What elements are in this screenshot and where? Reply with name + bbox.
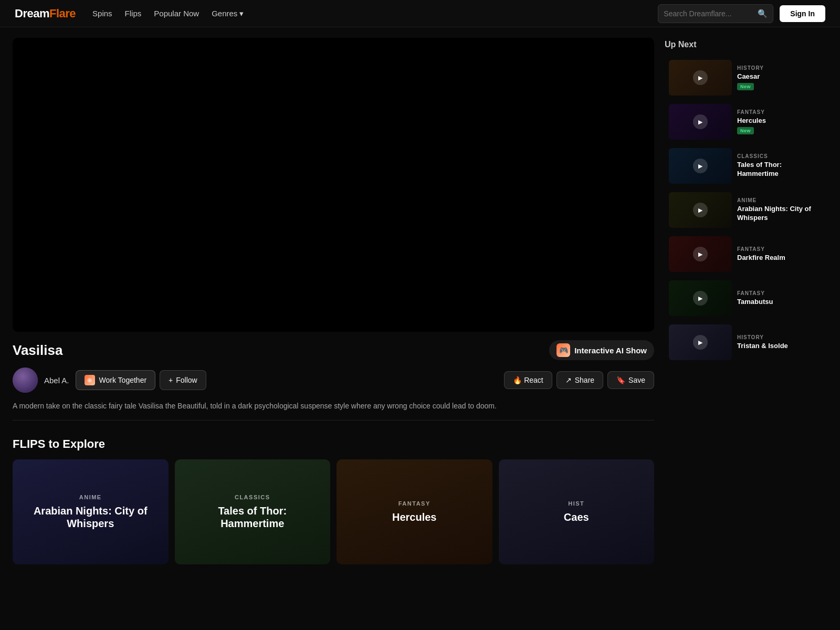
search-icon: 🔍 xyxy=(758,9,768,18)
interactive-badge: 🎮 Interactive AI Show xyxy=(549,340,654,360)
flip-card[interactable]: ANIME Arabian Nights: City of Whispers xyxy=(13,459,169,564)
sidebar-thumb: ▶ xyxy=(669,280,732,316)
show-title-row: Vasilisa 🎮 Interactive AI Show xyxy=(13,340,654,360)
avatar xyxy=(13,368,38,393)
play-icon: ▶ xyxy=(693,159,708,173)
flip-card-genre: FANTASY xyxy=(398,500,430,507)
flip-card[interactable]: FANTASY Hercules xyxy=(337,459,492,564)
sidebar-info: HISTORY Caesar New xyxy=(737,65,823,91)
author-name: Abel A. xyxy=(44,376,69,385)
nav-left: DreamFlare Spins Flips Popular Now Genre… xyxy=(15,7,244,20)
nav-genres[interactable]: Genres ▾ xyxy=(212,9,244,18)
flip-card-inner: ANIME Arabian Nights: City of Whispers xyxy=(13,459,169,564)
sidebar-item[interactable]: ▶ ANIME Arabian Nights: City of Whispers xyxy=(665,189,827,231)
flip-card-title: Caes xyxy=(564,511,589,523)
avatar-image xyxy=(13,368,38,393)
save-button[interactable]: 🔖 Save xyxy=(607,371,654,389)
nav-right: 🔍 Sign In xyxy=(658,4,825,23)
sidebar-title: Up Next xyxy=(665,38,827,49)
sidebar-item[interactable]: ▶ FANTASY Hercules New xyxy=(665,101,827,143)
sidebar-genre: FANTASY xyxy=(737,290,823,296)
sidebar-name: Hercules xyxy=(737,117,823,125)
action-btns-right: 🔥 React ↗ Share 🔖 Save xyxy=(504,371,654,389)
sidebar-name: Tristan & Isolde xyxy=(737,342,823,351)
flips-grid: ANIME Arabian Nights: City of Whispers C… xyxy=(13,459,654,564)
flip-card-genre: ANIME xyxy=(79,494,102,500)
sidebar-thumb: ▶ xyxy=(669,104,732,140)
sidebar-info: FANTASY Darkfire Realm xyxy=(737,246,823,262)
sidebar-info: FANTASY Hercules New xyxy=(737,109,823,135)
sidebar: Up Next ▶ HISTORY Caesar New ▶ FANTASY H… xyxy=(665,38,827,564)
sidebar-genre: ANIME xyxy=(737,197,823,203)
flip-card-genre: HIST xyxy=(568,500,584,507)
play-icon: ▶ xyxy=(693,291,708,306)
search-bar: 🔍 xyxy=(658,4,773,23)
video-inner xyxy=(13,38,654,332)
share-icon: ↗ xyxy=(565,376,572,384)
new-badge: New xyxy=(737,83,754,90)
flip-card-inner: CLASSICS Tales of Thor: Hammertime xyxy=(175,459,331,564)
interactive-badge-icon: 🎮 xyxy=(556,343,570,357)
flip-card-title: Hercules xyxy=(392,511,437,523)
logo[interactable]: DreamFlare xyxy=(15,7,76,20)
sidebar-name: Arabian Nights: City of Whispers xyxy=(737,205,823,223)
flips-heading: FLIPS to Explore xyxy=(13,437,654,451)
sidebar-item[interactable]: ▶ HISTORY Caesar New xyxy=(665,57,827,99)
show-title: Vasilisa xyxy=(13,342,62,359)
follow-button[interactable]: + Follow xyxy=(160,370,206,390)
nav-links: Spins Flips Popular Now Genres ▾ xyxy=(92,9,244,18)
flip-card-inner: FANTASY Hercules xyxy=(337,459,492,564)
sidebar-item[interactable]: ▶ HISTORY Tristan & Isolde xyxy=(665,321,827,363)
nav-popular-now[interactable]: Popular Now xyxy=(154,9,199,18)
sidebar-info: HISTORY Tristan & Isolde xyxy=(737,334,823,351)
sidebar-info: FANTASY Tamabutsu xyxy=(737,290,823,307)
sidebar-thumb: ▶ xyxy=(669,192,732,228)
play-icon: ▶ xyxy=(693,114,708,129)
sidebar-genre: HISTORY xyxy=(737,65,823,71)
play-icon: ▶ xyxy=(693,335,708,350)
navbar: DreamFlare Spins Flips Popular Now Genre… xyxy=(0,0,840,27)
work-together-icon: ⊕ xyxy=(85,375,95,385)
sidebar-thumb: ▶ xyxy=(669,60,732,96)
sidebar-name: Tamabutsu xyxy=(737,298,823,307)
share-button[interactable]: ↗ Share xyxy=(556,371,603,389)
sidebar-thumb: ▶ xyxy=(669,236,732,272)
sidebar-genre: HISTORY xyxy=(737,334,823,340)
flip-card[interactable]: HIST Caes xyxy=(499,459,655,564)
sidebar-item[interactable]: ▶ CLASSICS Tales of Thor: Hammertime xyxy=(665,145,827,187)
sidebar-item[interactable]: ▶ FANTASY Tamabutsu xyxy=(665,277,827,319)
sign-in-button[interactable]: Sign In xyxy=(780,5,825,22)
sidebar-genre: CLASSICS xyxy=(737,153,823,159)
sidebar-items: ▶ HISTORY Caesar New ▶ FANTASY Hercules … xyxy=(665,57,827,363)
video-meta: Vasilisa 🎮 Interactive AI Show Abel A. ⊕ xyxy=(13,332,654,425)
flip-card-genre: CLASSICS xyxy=(235,494,270,500)
sidebar-info: CLASSICS Tales of Thor: Hammertime xyxy=(737,153,823,178)
work-together-button[interactable]: ⊕ Work Together xyxy=(76,370,156,390)
search-input[interactable] xyxy=(664,9,755,18)
play-icon: ▶ xyxy=(693,247,708,261)
play-icon: ▶ xyxy=(693,203,708,217)
flips-section: FLIPS to Explore ANIME Arabian Nights: C… xyxy=(13,425,654,564)
flip-card-title: Tales of Thor: Hammertime xyxy=(185,505,320,530)
chevron-down-icon: ▾ xyxy=(239,9,244,18)
save-icon: 🔖 xyxy=(616,376,625,384)
flip-card[interactable]: CLASSICS Tales of Thor: Hammertime xyxy=(175,459,331,564)
sidebar-item[interactable]: ▶ FANTASY Darkfire Realm xyxy=(665,233,827,275)
sidebar-thumb: ▶ xyxy=(669,148,732,184)
new-badge: New xyxy=(737,127,754,134)
video-player[interactable] xyxy=(13,38,654,332)
author-row: Abel A. ⊕ Work Together + Follow xyxy=(13,368,654,393)
video-section: Vasilisa 🎮 Interactive AI Show Abel A. ⊕ xyxy=(13,38,654,564)
plus-icon: + xyxy=(169,376,173,384)
main-layout: Vasilisa 🎮 Interactive AI Show Abel A. ⊕ xyxy=(0,27,840,575)
react-button[interactable]: 🔥 React xyxy=(504,371,552,389)
flip-card-inner: HIST Caes xyxy=(499,459,655,564)
sidebar-name: Tales of Thor: Hammertime xyxy=(737,161,823,178)
nav-spins[interactable]: Spins xyxy=(92,9,112,18)
flip-card-title: Arabian Nights: City of Whispers xyxy=(23,505,158,530)
action-btns-left: ⊕ Work Together + Follow xyxy=(76,370,206,390)
sidebar-name: Darkfire Realm xyxy=(737,254,823,262)
sidebar-info: ANIME Arabian Nights: City of Whispers xyxy=(737,197,823,223)
nav-flips[interactable]: Flips xyxy=(125,9,142,18)
sidebar-genre: FANTASY xyxy=(737,246,823,252)
